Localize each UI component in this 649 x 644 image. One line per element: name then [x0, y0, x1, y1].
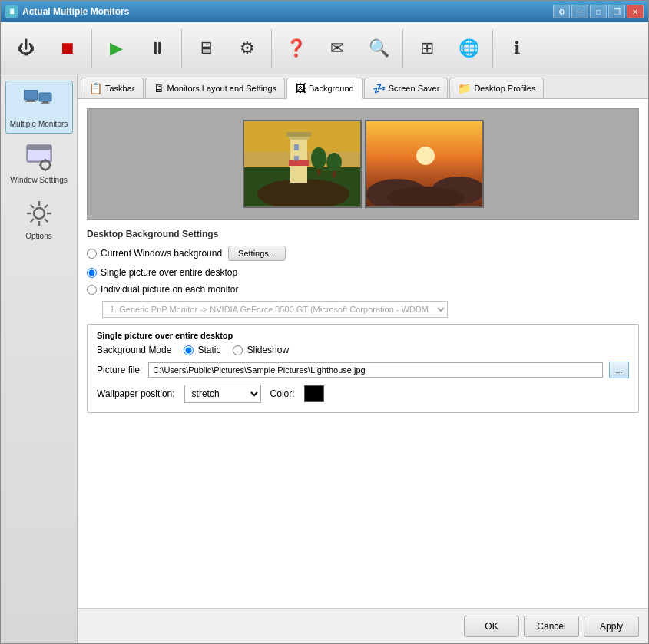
profiles-tab-icon: 📁 [458, 82, 471, 94]
toolbar-sep-1 [91, 29, 92, 68]
monitor-image-2 [365, 120, 484, 208]
individual-picture-row: Individual picture on each monitor [87, 284, 639, 295]
svg-line-20 [45, 219, 48, 222]
current-windows-row: Current Windows background Settings... [87, 246, 639, 261]
globe-icon: 🌐 [456, 36, 481, 61]
content-panel: Desktop Background Settings Current Wind… [78, 99, 648, 608]
pause-button[interactable]: ⏸ [138, 26, 177, 71]
sidebar: Multiple Monitors Window Settings [1, 74, 78, 643]
svg-rect-1 [27, 100, 35, 101]
svg-line-19 [30, 205, 33, 208]
tool5-button[interactable]: 🔍 [359, 26, 398, 71]
toolbar-sep-4 [402, 29, 403, 68]
single-picture-group: Single picture over entire desktop Backg… [87, 324, 639, 413]
apply-button[interactable]: Apply [584, 616, 639, 637]
browse-button[interactable]: ... [609, 362, 629, 378]
screensaver-tab-icon: 💤 [373, 82, 386, 94]
svg-rect-31 [289, 160, 309, 166]
svg-rect-5 [41, 103, 50, 104]
settings-btn-title[interactable]: ⚙ [553, 5, 570, 18]
picture-file-label: Picture file: [97, 365, 142, 375]
current-windows-radio[interactable] [87, 249, 97, 259]
tool1-button[interactable]: 🖥 [187, 26, 225, 71]
monitor-dropdown[interactable]: 1. Generic PnP Monitor -> NVIDIA GeForce… [102, 301, 448, 318]
tab-monitors-label: Monitors Layout and Settings [167, 84, 276, 93]
maximize-btn[interactable]: □ [590, 5, 607, 18]
settings-button[interactable]: Settings... [228, 246, 286, 261]
svg-rect-0 [24, 90, 38, 100]
title-bar: 🖥 Actual Multiple Monitors ⚙ ─ □ ❐ ✕ [1, 1, 648, 22]
tool8-button[interactable]: ℹ [498, 26, 536, 71]
monitor-dropdown-row: 1. Generic PnP Monitor -> NVIDIA GeForce… [102, 301, 639, 318]
picture-file-row: Picture file: ... [97, 362, 629, 378]
individual-picture-label[interactable]: Individual picture on each monitor [87, 284, 238, 295]
tab-taskbar[interactable]: 📋 Taskbar [81, 78, 144, 98]
section-title: Desktop Background Settings [87, 229, 639, 239]
preview-area [87, 108, 639, 220]
tab-taskbar-label: Taskbar [105, 84, 135, 93]
bottom-bar: OK Cancel Apply [78, 608, 648, 643]
window-title: Actual Multiple Monitors [22, 6, 129, 17]
multiple-monitors-icon [24, 86, 55, 117]
single-picture-label[interactable]: Single picture over entire desktop [87, 267, 237, 278]
tab-background-label: Background [309, 84, 354, 93]
minimize-btn[interactable]: ─ [571, 5, 588, 18]
tool7-button[interactable]: 🌐 [449, 26, 488, 71]
individual-picture-radio[interactable] [87, 285, 97, 295]
stop-button[interactable]: ⏹ [48, 26, 87, 71]
window-settings-icon [24, 142, 55, 173]
sidebar-item-multiple-monitors[interactable]: Multiple Monitors [5, 81, 73, 134]
taskbar-tab-icon: 📋 [89, 82, 102, 94]
play-button[interactable]: ▶ [97, 26, 135, 71]
tool6-button[interactable]: ⊞ [408, 26, 446, 71]
wallpaper-row: Wallpaper position: stretch tile center … [97, 385, 629, 403]
tool4-button[interactable]: ✉ [318, 26, 356, 71]
tab-bar: 📋 Taskbar 🖥 Monitors Layout and Settings… [78, 74, 648, 99]
svg-rect-8 [27, 145, 51, 150]
restore-btn[interactable]: ❐ [608, 5, 625, 18]
info-icon: ℹ [505, 36, 529, 61]
tool3-button[interactable]: ❓ [276, 26, 315, 71]
stop-icon: ⏹ [55, 36, 80, 61]
main-window: 🖥 Actual Multiple Monitors ⚙ ─ □ ❐ ✕ ⏻ ⏹… [0, 0, 649, 644]
slideshow-label[interactable]: Slideshow [233, 345, 289, 355]
svg-point-43 [416, 147, 435, 165]
static-label[interactable]: Static [184, 345, 220, 355]
svg-point-37 [326, 153, 342, 171]
close-btn[interactable]: ✕ [627, 5, 644, 18]
static-radio[interactable] [184, 345, 194, 355]
pause-icon: ⏸ [145, 36, 170, 61]
svg-rect-33 [294, 156, 299, 160]
grid-icon: ⊞ [415, 36, 439, 61]
right-panel: 📋 Taskbar 🖥 Monitors Layout and Settings… [78, 74, 648, 643]
wallpaper-position-select[interactable]: stretch tile center fit fill [184, 385, 261, 403]
svg-rect-3 [39, 93, 51, 101]
app-icon: 🖥 [5, 5, 18, 18]
tab-background[interactable]: 🖼 Background [286, 78, 363, 99]
cancel-button[interactable]: Cancel [524, 616, 579, 637]
tab-desktop-profiles[interactable]: 📁 Desktop Profiles [449, 78, 544, 98]
svg-rect-4 [42, 101, 48, 103]
power-button[interactable]: ⏻ [7, 26, 45, 71]
ok-button[interactable]: OK [464, 616, 519, 637]
tab-screen-saver[interactable]: 💤 Screen Saver [364, 78, 449, 98]
single-picture-row: Single picture over entire desktop [87, 267, 639, 278]
options-icon [24, 198, 55, 229]
toolbar: ⏻ ⏹ ▶ ⏸ 🖥 ⚙ ❓ ✉ 🔍 ⊞ [1, 22, 648, 74]
tool2-button[interactable]: ⚙ [228, 26, 267, 71]
svg-rect-42 [366, 175, 484, 208]
sidebar-item-window-settings[interactable]: Window Settings [5, 137, 73, 190]
single-picture-radio[interactable] [87, 268, 97, 278]
color-swatch[interactable] [304, 385, 324, 402]
toolbar-sep-3 [271, 29, 272, 68]
wallpaper-label: Wallpaper position: [97, 388, 175, 399]
monitor-image-1 [243, 120, 362, 208]
svg-point-35 [311, 147, 326, 169]
tab-monitors-layout[interactable]: 🖥 Monitors Layout and Settings [145, 78, 285, 98]
monitor-icon: 🖥 [194, 36, 218, 61]
monitor-preview-2 [365, 120, 484, 208]
current-windows-label[interactable]: Current Windows background [87, 248, 222, 259]
sidebar-item-options[interactable]: Options [5, 193, 73, 246]
picture-path-input[interactable] [148, 362, 603, 378]
slideshow-radio[interactable] [233, 345, 243, 355]
